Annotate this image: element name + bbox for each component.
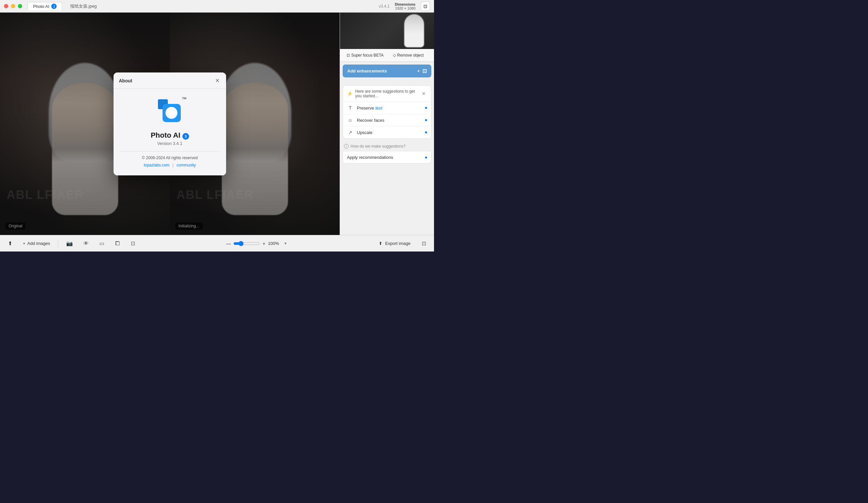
- split-button[interactable]: ⧠: [112, 239, 123, 249]
- recover-faces-dot: [425, 119, 427, 121]
- recover-faces-label: Recover faces: [357, 118, 422, 123]
- suggestions-panel: ⚡ Here are some suggestions to get you s…: [343, 85, 431, 139]
- dimensions-title: Dimensions: [395, 2, 415, 6]
- zoom-minus-icon[interactable]: —: [226, 241, 231, 246]
- dimensions-value: 1920 × 1080: [395, 6, 415, 10]
- app-icon: [157, 98, 183, 124]
- about-modal: About ✕ TM: [114, 72, 226, 175]
- zoom-slider[interactable]: [234, 241, 260, 246]
- suggestion-recover-faces[interactable]: ☺ Recover faces: [343, 114, 431, 126]
- apply-dot: [425, 157, 427, 158]
- enhancements-section: Add enhancements + ⊡: [340, 62, 434, 83]
- minimize-button[interactable]: [11, 4, 15, 8]
- rect-button[interactable]: ▭: [97, 238, 107, 249]
- export-icon: ⬆: [379, 241, 382, 246]
- suggestion-upscale[interactable]: ↗ Upscale: [343, 126, 431, 138]
- add-icon: +: [23, 241, 25, 246]
- modal-overlay[interactable]: About ✕ TM: [0, 13, 340, 235]
- modal-title: About: [119, 78, 132, 83]
- suggestions-header: ⚡ Here are some suggestions to get you s…: [343, 86, 431, 102]
- link-separator: |: [173, 163, 174, 167]
- suggestions-title: Here are some suggestions to get you sta…: [355, 89, 421, 98]
- upscale-dot: [425, 132, 427, 133]
- modal-body: TM Photo AI 3: [114, 89, 226, 175]
- separator-1: [58, 240, 58, 247]
- add-enhancements-button[interactable]: Add enhancements + ⊡: [343, 64, 431, 77]
- recover-faces-icon: ☺: [347, 117, 353, 123]
- add-images-label: Add images: [28, 241, 50, 246]
- modal-app-name: Photo AI: [151, 131, 180, 140]
- camera-button[interactable]: 📷: [64, 238, 75, 249]
- eye-button[interactable]: 👁: [81, 239, 91, 249]
- remove-object-button[interactable]: ◇ Remove object: [390, 52, 426, 59]
- super-focus-button[interactable]: ⊡ Super focus BETA: [344, 52, 386, 59]
- export-button[interactable]: ⬆ Export image: [375, 239, 414, 248]
- info-icon: i: [344, 144, 349, 149]
- suggestion-preserve-text[interactable]: T Preserve text: [343, 102, 431, 114]
- window-controls: [4, 4, 22, 8]
- preserve-text-icon: T: [347, 105, 353, 111]
- thumbnail-area: [340, 13, 434, 49]
- bottom-toolbar: ⬆ + Add images 📷 👁 ▭ ⧠ ⊡ — + 100% ▼ ⬆ Ex…: [0, 235, 434, 251]
- close-button[interactable]: [4, 4, 8, 8]
- remove-object-label: Remove object: [397, 53, 424, 57]
- batch-icon: ⬆: [8, 240, 12, 247]
- topaz-link[interactable]: topazlabs.com: [144, 163, 169, 167]
- upscale-label: Upscale: [357, 130, 422, 135]
- tm-badge: TM: [182, 97, 186, 100]
- zoom-plus-icon[interactable]: +: [262, 241, 265, 246]
- compare-button[interactable]: ⊡: [128, 238, 138, 249]
- sidebar-toggle-button[interactable]: ⊡: [421, 2, 430, 11]
- titlebar-right: v3.4.1 Dimensions 1920 × 1080 ⊡: [379, 2, 430, 11]
- add-images-button[interactable]: + Add images: [20, 239, 53, 248]
- community-link[interactable]: community: [177, 163, 196, 167]
- fullscreen-icon: ⊡: [422, 241, 426, 246]
- enhancements-label: Add enhancements: [347, 69, 387, 73]
- thumbnail-image: [340, 13, 434, 49]
- compare-icon: ⊡: [131, 241, 135, 246]
- crop-icon: ⊡: [422, 68, 427, 74]
- rect-icon: ▭: [99, 241, 104, 246]
- super-focus-icon: ⊡: [347, 53, 350, 57]
- how-suggestions-label: How do we make suggestions?: [351, 144, 405, 149]
- titlebar: Photo AI 3 报纸女孩.jpeg v3.4.1 Dimensions 1…: [0, 0, 434, 13]
- zoom-chevron-icon: ▼: [284, 242, 287, 245]
- modal-links: topazlabs.com | community: [120, 163, 219, 167]
- modal-divider: [120, 151, 219, 151]
- right-sidebar: ⊡ Super focus BETA ◇ Remove object Add e…: [340, 13, 434, 235]
- sidebar-toolbar: ⊡ Super focus BETA ◇ Remove object: [340, 49, 434, 62]
- modal-header: About ✕: [114, 72, 226, 89]
- svg-point-2: [166, 107, 177, 119]
- tab-photo-ai[interactable]: Photo AI 3: [28, 2, 62, 10]
- titlebar-tabs: Photo AI 3 报纸女孩.jpeg: [28, 2, 97, 10]
- add-icon: +: [417, 69, 420, 73]
- version-label: v3.4.1: [379, 4, 390, 9]
- app-title-label: Photo AI: [33, 4, 49, 9]
- super-focus-label: Super focus BETA: [351, 53, 384, 57]
- app-name-row: Photo AI 3: [120, 131, 219, 140]
- fullscreen-button[interactable]: ⊡: [419, 238, 429, 249]
- zoom-value: 100%: [268, 241, 281, 246]
- preserve-text-label: Preserve text: [357, 106, 422, 111]
- app-badge: 3: [51, 4, 56, 9]
- export-label: Export image: [385, 241, 411, 246]
- modal-copyright: © 2009-2024 All rights reserved: [120, 156, 219, 160]
- zoom-control: — + 100% ▼: [226, 241, 287, 246]
- modal-app-version: Version 3.4.1: [120, 141, 219, 146]
- thumb-figure: [404, 14, 424, 47]
- apply-recommendations-row[interactable]: Apply recommendations: [343, 151, 431, 164]
- modal-close-button[interactable]: ✕: [214, 77, 221, 84]
- upscale-icon: ↗: [347, 130, 353, 135]
- how-suggestions-link[interactable]: i How do we make suggestions?: [340, 141, 434, 151]
- enhancements-right: + ⊡: [417, 68, 427, 74]
- main-area: ABL LFIAER Original ABL LFIAER Initializ…: [0, 13, 434, 235]
- modal-app-badge: 3: [183, 133, 189, 140]
- suggestions-close-button[interactable]: ✕: [421, 90, 427, 97]
- eye-icon: 👁: [83, 241, 89, 246]
- image-area: ABL LFIAER Original ABL LFIAER Initializ…: [0, 13, 340, 235]
- batch-button[interactable]: ⬆: [5, 238, 15, 249]
- app-icon-container: TM: [157, 98, 183, 126]
- tab-filename: 报纸女孩.jpeg: [70, 3, 97, 9]
- maximize-button[interactable]: [18, 4, 22, 8]
- suggestions-title-row: ⚡ Here are some suggestions to get you s…: [347, 89, 421, 98]
